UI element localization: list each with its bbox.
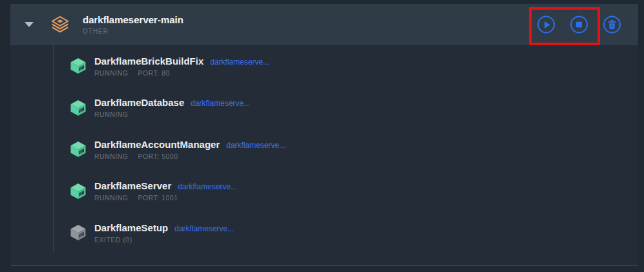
container-name: DarkflameBrickBuildFix: [94, 56, 203, 67]
container-cube-icon: [69, 183, 87, 200]
layers-icon: [50, 16, 70, 34]
container-cube-icon: [69, 58, 87, 74]
container-name: DarkflameSetup: [94, 222, 168, 234]
container-row[interactable]: DarkflameBrickBuildFix darkflameserve...…: [10, 45, 638, 87]
bottom-divider: [11, 266, 638, 266]
container-image-link[interactable]: darkflameserve...: [210, 58, 269, 67]
container-port: PORT: 1001: [138, 194, 178, 202]
container-cube-icon: [69, 99, 87, 116]
container-row[interactable]: DarkflameAccountManager darkflameserve..…: [10, 129, 638, 171]
stack-subtitle: OTHER: [83, 28, 183, 35]
container-status: RUNNING: [94, 110, 129, 118]
container-row[interactable]: DarkflameDatabase darkflameserve... RUNN…: [10, 87, 638, 129]
stack-titles: darkflameserver-main OTHER: [83, 14, 183, 35]
trash-icon: [608, 20, 616, 30]
container-name: DarkflameServer: [94, 180, 171, 192]
container-status: RUNNING: [94, 194, 129, 202]
container-image-link[interactable]: darkflameserve...: [226, 141, 286, 150]
stack-actions: [537, 16, 621, 34]
container-info: DarkflameSetup darkflameserve... EXITED …: [94, 222, 234, 244]
chevron-down-icon[interactable]: [25, 22, 34, 27]
container-image-link[interactable]: darkflameserve...: [174, 224, 234, 233]
docker-stack-page: darkflameserver-main OTHER: [0, 0, 644, 272]
container-info: DarkflameAccountManager darkflameserve..…: [94, 139, 286, 160]
container-info: DarkflameDatabase darkflameserve... RUNN…: [94, 97, 250, 118]
container-name: DarkflameDatabase: [94, 97, 184, 109]
container-name: DarkflameAccountManager: [94, 139, 220, 151]
container-list: DarkflameBrickBuildFix darkflameserve...…: [10, 45, 638, 254]
stack-title: darkflameserver-main: [83, 14, 183, 26]
container-cube-icon: [69, 224, 87, 241]
stack-panel: darkflameserver-main OTHER: [10, 4, 638, 266]
container-port: PORT: 5000: [138, 152, 178, 160]
delete-button[interactable]: [603, 16, 621, 34]
container-cube-icon: [69, 141, 87, 158]
container-row[interactable]: DarkflameServer darkflameserve... RUNNIN…: [10, 171, 638, 213]
stack-header-row[interactable]: darkflameserver-main OTHER: [10, 4, 638, 45]
stop-icon: [576, 22, 582, 28]
container-image-link[interactable]: darkflameserve...: [178, 182, 237, 191]
container-status: RUNNING: [94, 69, 129, 77]
start-button[interactable]: [537, 16, 555, 34]
container-info: DarkflameServer darkflameserve... RUNNIN…: [94, 180, 237, 202]
play-icon: [544, 21, 550, 28]
container-info: DarkflameBrickBuildFix darkflameserve...…: [94, 56, 269, 77]
container-port: PORT: 80: [138, 69, 170, 77]
container-image-link[interactable]: darkflameserve...: [191, 99, 250, 108]
container-row[interactable]: DarkflameSetup darkflameserve... EXITED …: [10, 212, 638, 254]
container-status: RUNNING: [94, 152, 129, 160]
stop-button[interactable]: [570, 16, 588, 34]
container-status: EXITED (0): [94, 236, 132, 244]
